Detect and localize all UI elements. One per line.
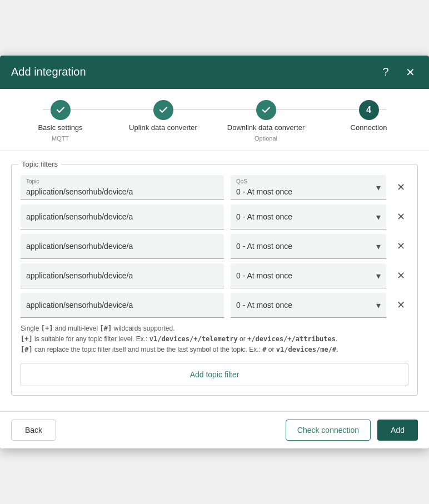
topic-input-3[interactable] <box>21 234 224 258</box>
topic-field-wrapper-4 <box>21 263 224 288</box>
step-basic-settings: Basic settings MQTT <box>9 100 112 142</box>
qos-field-label: QoS <box>236 178 247 184</box>
topic-filters-legend: Topic filters <box>18 160 61 168</box>
dialog-content: Topic filters Topic QoS 0 - At most once… <box>0 151 429 412</box>
qos-wrapper-2: 0 - At most once 1 - At least once 2 - E… <box>231 204 386 229</box>
table-row: Topic QoS 0 - At most once 1 - At least … <box>21 175 408 200</box>
dialog-title: Add integration <box>11 66 86 78</box>
qos-select-1[interactable]: 0 - At most once 1 - At least once 2 - E… <box>231 175 386 199</box>
topic-field-label: Topic <box>26 178 39 184</box>
hint-text: Single [+] and multi-level [#] wildcards… <box>21 323 408 356</box>
help-button[interactable]: ? <box>378 64 393 80</box>
topic-field-wrapper-1: Topic <box>21 175 224 200</box>
dialog-header: Add integration ? ✕ <box>0 56 429 89</box>
add-topic-filter-button[interactable]: Add topic filter <box>21 363 408 386</box>
step-uplink: Uplink data converter <box>112 100 214 135</box>
help-icon: ? <box>382 66 388 78</box>
hint-line-1: Single [+] and multi-level [#] wildcards… <box>21 323 408 334</box>
close-button[interactable]: ✕ <box>402 64 418 80</box>
step-circle-uplink <box>153 100 173 120</box>
back-button[interactable]: Back <box>11 420 56 441</box>
topic-input-2[interactable] <box>21 204 224 229</box>
qos-select-2[interactable]: 0 - At most once 1 - At least once 2 - E… <box>231 204 386 229</box>
add-integration-dialog: Add integration ? ✕ Basic settings MQTT … <box>0 56 429 449</box>
topic-input-4[interactable] <box>21 263 224 288</box>
topic-input-5[interactable] <box>21 293 224 317</box>
step-circle-downlink <box>256 100 276 120</box>
header-actions: ? ✕ <box>378 64 418 80</box>
table-row: 0 - At most once 1 - At least once 2 - E… <box>21 263 408 288</box>
topic-filters-section: Topic filters Topic QoS 0 - At most once… <box>11 160 418 396</box>
step-label-basic-settings: Basic settings <box>38 123 82 132</box>
topic-field-wrapper-2 <box>21 204 224 229</box>
delete-row-button-5[interactable]: ✕ <box>393 297 408 313</box>
step-circle-basic-settings <box>51 100 71 120</box>
delete-row-button-4[interactable]: ✕ <box>393 268 408 283</box>
qos-wrapper-1: QoS 0 - At most once 1 - At least once 2… <box>231 175 386 200</box>
qos-select-4[interactable]: 0 - At most once 1 - At least once 2 - E… <box>231 263 386 288</box>
step-label-uplink: Uplink data converter <box>129 123 197 132</box>
delete-row-button-1[interactable]: ✕ <box>393 179 408 195</box>
topic-field-wrapper-3 <box>21 234 224 259</box>
hint-line-2: [+] is suitable for any topic filter lev… <box>21 334 408 345</box>
delete-row-button-3[interactable]: ✕ <box>393 238 408 254</box>
table-row: 0 - At most once 1 - At least once 2 - E… <box>21 234 408 259</box>
topic-input-1[interactable] <box>21 175 224 199</box>
step-label-connection: Connection <box>351 123 387 132</box>
stepper: Basic settings MQTT Uplink data converte… <box>0 89 429 151</box>
step-label-downlink: Downlink data converter <box>227 123 305 132</box>
qos-select-3[interactable]: 0 - At most once 1 - At least once 2 - E… <box>231 234 386 258</box>
footer-right-actions: Check connection Add <box>286 420 418 441</box>
topic-field-wrapper-5 <box>21 293 224 318</box>
step-circle-connection: 4 <box>359 100 379 120</box>
dialog-footer: Back Check connection Add <box>0 411 429 448</box>
step-sublabel-downlink: Optional <box>255 135 277 142</box>
check-connection-button[interactable]: Check connection <box>286 420 371 441</box>
hint-line-3: [#] can replace the topic filter itself … <box>21 345 408 355</box>
step-connection: 4 Connection <box>317 100 420 135</box>
qos-wrapper-3: 0 - At most once 1 - At least once 2 - E… <box>231 234 386 259</box>
table-row: 0 - At most once 1 - At least once 2 - E… <box>21 293 408 318</box>
qos-select-5[interactable]: 0 - At most once 1 - At least once 2 - E… <box>231 293 386 317</box>
step-number-connection: 4 <box>366 105 371 115</box>
step-downlink: Downlink data converter Optional <box>214 100 317 142</box>
table-row: 0 - At most once 1 - At least once 2 - E… <box>21 204 408 229</box>
delete-row-button-2[interactable]: ✕ <box>393 209 408 224</box>
qos-wrapper-5: 0 - At most once 1 - At least once 2 - E… <box>231 293 386 318</box>
qos-wrapper-4: 0 - At most once 1 - At least once 2 - E… <box>231 263 386 288</box>
close-icon: ✕ <box>406 66 415 79</box>
step-sublabel-basic-settings: MQTT <box>52 135 69 142</box>
add-button[interactable]: Add <box>377 420 418 441</box>
